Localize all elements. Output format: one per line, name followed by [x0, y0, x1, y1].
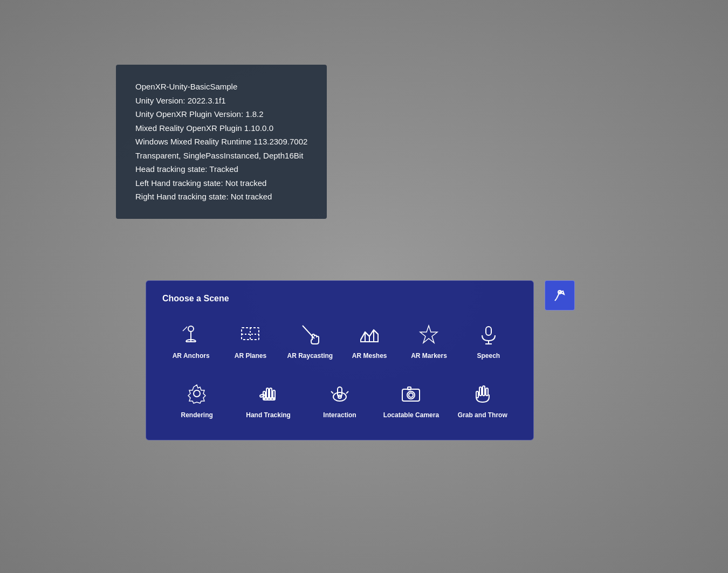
- scene-panel: Choose a Scene AR Anchors: [146, 280, 534, 440]
- pin-button[interactable]: [545, 280, 575, 310]
- info-line-4: Mixed Reality OpenXR Plugin 1.10.0.0: [135, 121, 307, 135]
- markers-icon: [415, 321, 442, 348]
- svg-rect-17: [486, 327, 491, 335]
- svg-rect-36: [479, 387, 482, 396]
- svg-line-12: [374, 330, 378, 334]
- info-line-1: OpenXR-Unity-BasicSample: [135, 80, 307, 94]
- info-line-6: Transparent, SinglePassInstanced, Depth1…: [135, 149, 307, 163]
- speech-label: Speech: [477, 352, 500, 361]
- scene-item-ar-raycasting[interactable]: AR Raycasting: [281, 316, 339, 365]
- interaction-icon: [326, 380, 353, 407]
- svg-line-30: [331, 391, 333, 393]
- svg-line-11: [369, 330, 374, 336]
- grab-icon: [469, 380, 496, 407]
- hand-tracking-icon: [255, 380, 282, 407]
- pin-icon: [552, 288, 567, 303]
- scene-grid-row2: Rendering Hand Tracking: [162, 376, 517, 424]
- svg-rect-38: [486, 388, 488, 396]
- ar-meshes-label: AR Meshes: [352, 352, 387, 361]
- info-line-8: Left Hand tracking state: Not tracked: [135, 176, 307, 190]
- scene-item-interaction[interactable]: Interaction: [305, 376, 374, 424]
- svg-line-42: [555, 299, 557, 301]
- info-line-5: Windows Mixed Reality Runtime 113.2309.7…: [135, 135, 307, 149]
- scene-item-ar-markers[interactable]: AR Markers: [400, 316, 457, 365]
- info-line-7: Head tracking state: Tracked: [135, 162, 307, 176]
- scene-item-hand-tracking[interactable]: Hand Tracking: [233, 376, 303, 424]
- scene-grid-row1: AR Anchors AR Planes: [162, 316, 517, 365]
- scene-item-ar-planes[interactable]: AR Planes: [222, 316, 279, 365]
- info-line-9: Right Hand tracking state: Not tracked: [135, 190, 307, 204]
- svg-marker-16: [420, 326, 437, 343]
- info-line-3: Unity OpenXR Plugin Version: 1.8.2: [135, 107, 307, 121]
- svg-point-34: [409, 393, 413, 397]
- raycast-icon: [297, 321, 324, 348]
- interaction-label: Interaction: [323, 411, 356, 420]
- scene-item-rendering[interactable]: Rendering: [162, 376, 231, 424]
- svg-line-3: [183, 327, 187, 331]
- scene-item-grab-and-throw[interactable]: Grab and Throw: [448, 376, 517, 424]
- ar-planes-label: AR Planes: [235, 352, 266, 361]
- info-line-2: Unity Version: 2022.3.1f1: [135, 94, 307, 108]
- scene-item-speech[interactable]: Speech: [460, 316, 517, 365]
- locatable-camera-label: Locatable Camera: [383, 411, 439, 420]
- camera-icon: [397, 380, 424, 407]
- rendering-label: Rendering: [181, 411, 213, 420]
- svg-line-31: [346, 391, 348, 393]
- ar-anchors-label: AR Anchors: [173, 352, 210, 361]
- svg-rect-26: [259, 393, 264, 397]
- scene-panel-title: Choose a Scene: [162, 294, 517, 303]
- ar-raycasting-label: AR Raycasting: [287, 352, 333, 361]
- speech-icon: [475, 321, 502, 348]
- svg-point-20: [194, 390, 200, 397]
- scene-item-ar-anchors[interactable]: AR Anchors: [162, 316, 219, 365]
- anchor-icon: [177, 321, 204, 348]
- grab-and-throw-label: Grab and Throw: [458, 411, 507, 420]
- info-panel: OpenXR-Unity-BasicSample Unity Version: …: [116, 65, 327, 219]
- svg-rect-37: [483, 386, 485, 396]
- scene-item-locatable-camera[interactable]: Locatable Camera: [376, 376, 445, 424]
- meshes-icon: [356, 321, 383, 348]
- planes-icon: [237, 321, 264, 348]
- hand-tracking-label: Hand Tracking: [246, 411, 291, 420]
- svg-point-0: [188, 326, 194, 332]
- svg-line-10: [365, 332, 369, 336]
- rendering-icon: [183, 380, 210, 407]
- scene-item-ar-meshes[interactable]: AR Meshes: [341, 316, 398, 365]
- ar-markers-label: AR Markers: [411, 352, 447, 361]
- svg-rect-35: [408, 387, 411, 390]
- svg-line-9: [361, 332, 365, 340]
